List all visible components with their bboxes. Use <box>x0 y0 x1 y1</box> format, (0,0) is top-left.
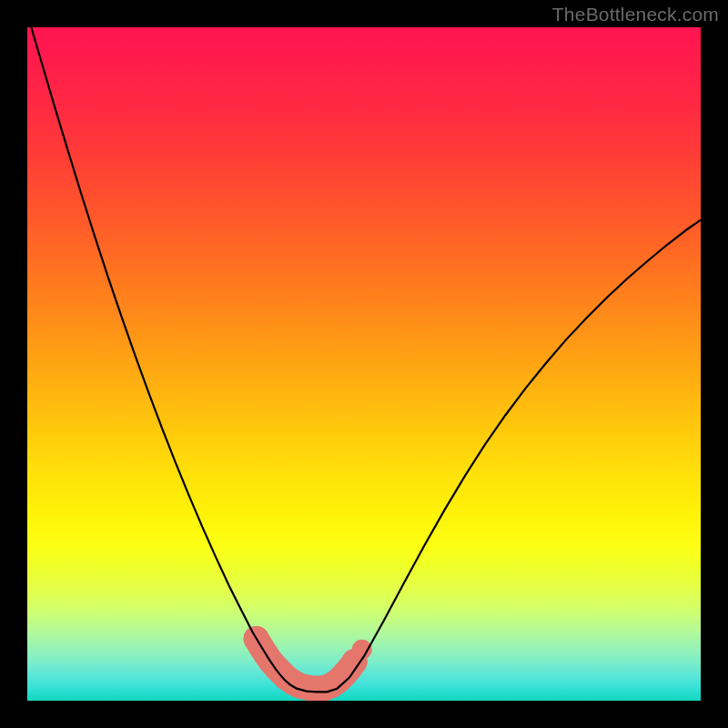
chart-svg <box>27 27 701 701</box>
anomaly-highlight <box>244 626 372 701</box>
svg-point-17 <box>352 640 372 660</box>
watermark-text: TheBottleneck.com <box>552 4 719 25</box>
plot-area <box>27 27 701 701</box>
chart-frame: TheBottleneck.com <box>0 0 728 728</box>
bottleneck-curve <box>27 27 701 692</box>
